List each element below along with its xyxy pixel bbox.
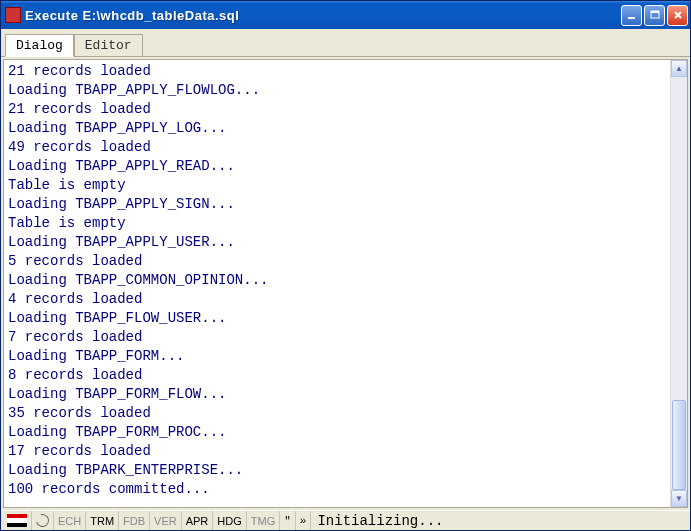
maximize-button[interactable]	[644, 5, 665, 26]
status-ech[interactable]: ECH	[54, 511, 86, 530]
tab-bar: Dialog Editor	[1, 29, 690, 57]
status-ver[interactable]: VER	[150, 511, 182, 530]
log-line: 8 records loaded	[8, 366, 666, 385]
status-trm[interactable]: TRM	[86, 511, 119, 530]
app-window: Execute E:\whcdb_tableData.sql Dialog Ed…	[0, 0, 691, 531]
window-buttons	[621, 5, 688, 26]
log-line: 17 records loaded	[8, 442, 666, 461]
log-line: Table is empty	[8, 214, 666, 233]
log-line: 7 records loaded	[8, 328, 666, 347]
minimize-icon	[627, 10, 637, 20]
status-fdb[interactable]: FDB	[119, 511, 150, 530]
log-line: 5 records loaded	[8, 252, 666, 271]
log-output[interactable]: 21 records loadedLoading TBAPP_APPLY_FLO…	[4, 60, 670, 507]
status-sep2: »	[296, 511, 312, 530]
svg-rect-2	[651, 11, 659, 13]
tab-editor[interactable]: Editor	[74, 34, 143, 56]
log-line: Loading TBAPP_APPLY_FLOWLOG...	[8, 81, 666, 100]
log-line: 100 records committed...	[8, 480, 666, 499]
scroll-up-button[interactable]: ▲	[671, 60, 687, 77]
log-line: Loading TBAPP_FORM_FLOW...	[8, 385, 666, 404]
app-icon	[5, 7, 21, 23]
log-line: Loading TBPARK_ENTERPRISE...	[8, 461, 666, 480]
scroll-track[interactable]	[671, 77, 687, 490]
status-tmg[interactable]: TMG	[247, 511, 280, 530]
minimize-button[interactable]	[621, 5, 642, 26]
tab-dialog[interactable]: Dialog	[5, 34, 74, 57]
log-line: Loading TBAPP_COMMON_OPINION...	[8, 271, 666, 290]
log-line: 21 records loaded	[8, 62, 666, 81]
titlebar[interactable]: Execute E:\whcdb_tableData.sql	[1, 1, 690, 29]
content-area: 21 records loadedLoading TBAPP_APPLY_FLO…	[1, 57, 690, 510]
log-line: Loading TBAPP_APPLY_LOG...	[8, 119, 666, 138]
log-line: 21 records loaded	[8, 100, 666, 119]
log-line: Loading TBAPP_APPLY_READ...	[8, 157, 666, 176]
log-line: 49 records loaded	[8, 138, 666, 157]
status-hdg[interactable]: HDG	[213, 511, 246, 530]
scroll-thumb[interactable]	[672, 400, 686, 490]
close-icon	[673, 10, 683, 20]
status-flag[interactable]	[3, 511, 32, 530]
maximize-icon	[650, 10, 660, 20]
status-text: Initializing...	[311, 513, 443, 529]
log-line: Table is empty	[8, 176, 666, 195]
log-line: Loading TBAPP_APPLY_USER...	[8, 233, 666, 252]
log-line: Loading TBAPP_APPLY_SIGN...	[8, 195, 666, 214]
log-line: 4 records loaded	[8, 290, 666, 309]
log-line: Loading TBAPP_FORM...	[8, 347, 666, 366]
status-sep1: "	[280, 511, 296, 530]
log-line: Loading TBAPP_FORM_PROC...	[8, 423, 666, 442]
log-panel: 21 records loadedLoading TBAPP_APPLY_FLO…	[3, 59, 688, 508]
status-reload[interactable]	[32, 511, 54, 530]
status-apr[interactable]: APR	[182, 511, 214, 530]
window-title: Execute E:\whcdb_tableData.sql	[25, 8, 621, 23]
scroll-down-button[interactable]: ▼	[671, 490, 687, 507]
status-bar: ECH TRM FDB VER APR HDG TMG " » Initiali…	[1, 510, 690, 530]
reload-icon	[34, 512, 52, 530]
svg-rect-0	[628, 17, 635, 19]
log-line: 35 records loaded	[8, 404, 666, 423]
close-button[interactable]	[667, 5, 688, 26]
vertical-scrollbar[interactable]: ▲ ▼	[670, 60, 687, 507]
log-line: Loading TBAPP_FLOW_USER...	[8, 309, 666, 328]
